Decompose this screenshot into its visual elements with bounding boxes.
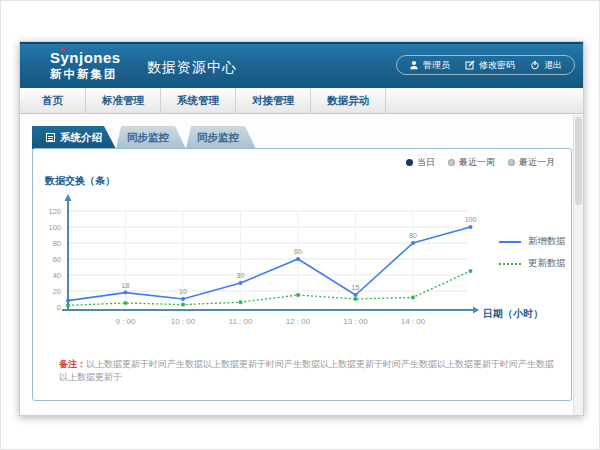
svg-text:10 : 00: 10 : 00 (171, 317, 196, 326)
y-axis-title: 数据交换（条） (45, 174, 115, 188)
filter-label: 当日 (417, 156, 435, 169)
svg-text:60: 60 (294, 248, 302, 255)
filter-label: 最近一月 (519, 156, 555, 169)
scrollbar-thumb[interactable] (575, 117, 582, 205)
vertical-scrollbar[interactable] (573, 115, 583, 415)
tab-sync-monitor-2[interactable]: 同步监控 (180, 126, 256, 149)
svg-text:18: 18 (122, 282, 130, 289)
app-header: Synjones 新中新集团 数据资源中心 管理员 (20, 42, 583, 88)
user-icon (409, 60, 419, 70)
filter-today[interactable]: 当日 (406, 156, 435, 169)
filter-last-week[interactable]: 最近一周 (448, 156, 495, 169)
main-nav: 首页 标准管理 系统管理 对接管理 数据异动 (20, 88, 583, 114)
svg-text:12 : 00: 12 : 00 (286, 317, 311, 326)
tab-system-intro[interactable]: 系统介绍 (32, 126, 116, 149)
current-user-button[interactable]: 管理员 (409, 59, 450, 72)
svg-text:11 : 00: 11 : 00 (229, 317, 253, 326)
footnote-text: 以上数据更新于时间产生数据以上数据更新于时间产生数据以上数据更新于时间产生数据以… (59, 359, 554, 382)
radio-selected-icon (406, 159, 413, 166)
svg-text:80: 80 (409, 232, 417, 239)
time-range-filters: 当日 最近一周 最近一月 (406, 156, 555, 169)
chart-legend: 新增数据 更新数据 (499, 235, 566, 270)
logout-button[interactable]: 退出 (530, 59, 562, 72)
footnote: 备注：以上数据更新于时间产生数据以上数据更新于时间产生数据以上数据更新于时间产生… (59, 358, 554, 383)
radio-unselected-icon (448, 159, 455, 166)
nav-item-connect-mgmt[interactable]: 对接管理 (236, 88, 311, 113)
nav-item-system-mgmt[interactable]: 系统管理 (161, 88, 236, 113)
logout-label: 退出 (544, 59, 562, 72)
user-menu: 管理员 修改密码 退出 (396, 55, 575, 75)
blue-line-swatch-icon (499, 241, 521, 243)
power-icon (530, 60, 540, 70)
legend-updated-data: 更新数据 (499, 257, 566, 270)
filter-label: 最近一周 (459, 156, 495, 169)
svg-text:40: 40 (53, 271, 61, 280)
page-title: 数据资源中心 (147, 59, 237, 77)
edit-icon (465, 60, 475, 70)
green-dotted-swatch-icon (499, 263, 521, 265)
svg-text:20: 20 (53, 287, 61, 296)
tab-label: 系统介绍 (60, 131, 102, 145)
content-panel: 当日 最近一周 最近一月 数据交换（条） 0204060801001209 : … (32, 148, 572, 401)
user-label: 管理员 (423, 59, 450, 72)
svg-text:80: 80 (53, 239, 61, 248)
change-password-label: 修改密码 (479, 59, 515, 72)
svg-text:14 : 00: 14 : 00 (401, 317, 426, 326)
logo-subtext: 新中新集团 (50, 68, 121, 81)
footnote-prefix: 备注： (59, 359, 86, 369)
x-axis-title: 日期（小时） (483, 307, 543, 321)
tab-label: 同步监控 (197, 131, 239, 145)
svg-text:30: 30 (237, 272, 245, 279)
chart-svg: 0204060801001209 : 0010 : 0011 : 0012 : … (41, 191, 489, 341)
company-logo: Synjones 新中新集团 (50, 49, 121, 80)
svg-text:9 : 00: 9 : 00 (115, 317, 136, 326)
tab-bar: 系统介绍 同步监控 同步监控 (32, 126, 256, 149)
logo-text: Synjones (50, 50, 121, 67)
svg-text:15: 15 (352, 284, 360, 291)
tab-label: 同步监控 (127, 131, 169, 145)
nav-item-home[interactable]: 首页 (20, 88, 86, 113)
screenshot-canvas: Synjones 新中新集团 数据资源中心 管理员 (0, 0, 600, 450)
filter-last-month[interactable]: 最近一月 (508, 156, 555, 169)
logo-red-dot-icon (61, 47, 65, 51)
legend-label: 新增数据 (528, 235, 566, 248)
svg-text:100: 100 (465, 216, 477, 223)
radio-unselected-icon (508, 159, 515, 166)
change-password-button[interactable]: 修改密码 (465, 59, 515, 72)
svg-text:13 : 00: 13 : 00 (343, 317, 368, 326)
legend-label: 更新数据 (528, 257, 566, 270)
tab-sync-monitor-1[interactable]: 同步监控 (110, 126, 186, 149)
nav-item-standard-mgmt[interactable]: 标准管理 (86, 88, 161, 113)
svg-text:10: 10 (179, 288, 187, 295)
svg-text:120: 120 (48, 207, 61, 216)
svg-text:100: 100 (48, 223, 61, 232)
app-window: Synjones 新中新集团 数据资源中心 管理员 (19, 41, 584, 416)
svg-text:0: 0 (57, 303, 61, 312)
document-icon (46, 133, 55, 142)
nav-item-data-change[interactable]: 数据异动 (311, 88, 386, 113)
svg-text:60: 60 (53, 255, 61, 264)
legend-new-data: 新增数据 (499, 235, 566, 248)
